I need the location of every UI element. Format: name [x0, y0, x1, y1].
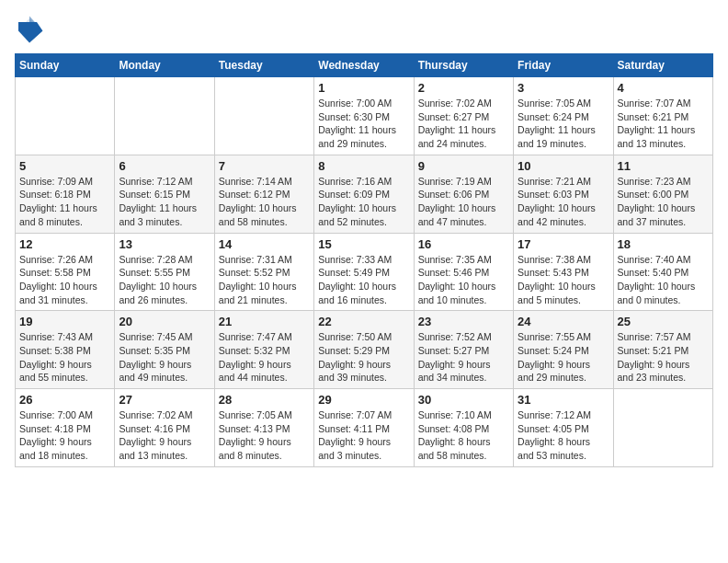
- logo: [15, 15, 48, 44]
- day-of-week-header: Saturday: [613, 54, 712, 77]
- calendar-week-row: 12Sunrise: 7:26 AM Sunset: 5:58 PM Dayli…: [16, 233, 713, 311]
- calendar-cell: [613, 389, 712, 467]
- page-header: [15, 15, 713, 44]
- day-number: 13: [119, 237, 210, 251]
- calendar-cell: 2Sunrise: 7:02 AM Sunset: 6:27 PM Daylig…: [414, 77, 513, 155]
- logo-icon: [15, 15, 44, 44]
- day-number: 10: [518, 159, 609, 173]
- calendar-table: SundayMondayTuesdayWednesdayThursdayFrid…: [15, 53, 713, 467]
- day-info: Sunrise: 7:47 AM Sunset: 5:32 PM Dayligh…: [219, 330, 310, 385]
- calendar-cell: 5Sunrise: 7:09 AM Sunset: 6:18 PM Daylig…: [16, 155, 115, 233]
- day-number: 14: [219, 237, 310, 251]
- day-number: 31: [518, 393, 609, 407]
- calendar-cell: 16Sunrise: 7:35 AM Sunset: 5:46 PM Dayli…: [414, 233, 513, 311]
- day-info: Sunrise: 7:26 AM Sunset: 5:58 PM Dayligh…: [19, 253, 110, 307]
- calendar-cell: 27Sunrise: 7:02 AM Sunset: 4:16 PM Dayli…: [115, 389, 214, 467]
- calendar-cell: 31Sunrise: 7:12 AM Sunset: 4:05 PM Dayli…: [514, 389, 613, 467]
- day-info: Sunrise: 7:31 AM Sunset: 5:52 PM Dayligh…: [219, 253, 310, 307]
- day-number: 9: [418, 159, 509, 173]
- calendar-cell: 25Sunrise: 7:57 AM Sunset: 5:21 PM Dayli…: [613, 311, 712, 389]
- day-number: 25: [618, 315, 709, 328]
- calendar-cell: 12Sunrise: 7:26 AM Sunset: 5:58 PM Dayli…: [16, 233, 115, 311]
- day-number: 3: [518, 81, 609, 95]
- day-of-week-header: Friday: [514, 54, 613, 77]
- day-number: 18: [618, 237, 709, 251]
- day-number: 17: [518, 237, 609, 251]
- day-of-week-header: Sunday: [16, 54, 115, 77]
- calendar-cell: 4Sunrise: 7:07 AM Sunset: 6:21 PM Daylig…: [613, 77, 712, 155]
- day-number: 21: [219, 315, 310, 328]
- day-info: Sunrise: 7:02 AM Sunset: 6:27 PM Dayligh…: [418, 97, 509, 151]
- calendar-week-row: 1Sunrise: 7:00 AM Sunset: 6:30 PM Daylig…: [16, 77, 713, 155]
- day-number: 15: [318, 237, 409, 251]
- day-of-week-header: Thursday: [414, 54, 513, 77]
- day-of-week-header: Wednesday: [314, 54, 414, 77]
- day-info: Sunrise: 7:14 AM Sunset: 6:12 PM Dayligh…: [219, 175, 310, 229]
- calendar-week-row: 26Sunrise: 7:00 AM Sunset: 4:18 PM Dayli…: [16, 389, 713, 467]
- calendar-cell: 9Sunrise: 7:19 AM Sunset: 6:06 PM Daylig…: [414, 155, 513, 233]
- calendar-cell: 6Sunrise: 7:12 AM Sunset: 6:15 PM Daylig…: [115, 155, 214, 233]
- day-number: 4: [618, 81, 709, 95]
- calendar-cell: [214, 77, 313, 155]
- day-number: 19: [19, 315, 110, 328]
- calendar-week-row: 5Sunrise: 7:09 AM Sunset: 6:18 PM Daylig…: [16, 155, 713, 233]
- day-info: Sunrise: 7:45 AM Sunset: 5:35 PM Dayligh…: [119, 330, 210, 385]
- day-info: Sunrise: 7:43 AM Sunset: 5:38 PM Dayligh…: [19, 330, 110, 385]
- day-info: Sunrise: 7:07 AM Sunset: 4:11 PM Dayligh…: [318, 408, 409, 463]
- day-info: Sunrise: 7:12 AM Sunset: 6:15 PM Dayligh…: [119, 175, 210, 229]
- calendar-cell: 18Sunrise: 7:40 AM Sunset: 5:40 PM Dayli…: [613, 233, 712, 311]
- day-info: Sunrise: 7:10 AM Sunset: 4:08 PM Dayligh…: [418, 408, 509, 463]
- calendar-cell: 22Sunrise: 7:50 AM Sunset: 5:29 PM Dayli…: [314, 311, 414, 389]
- calendar-cell: 11Sunrise: 7:23 AM Sunset: 6:00 PM Dayli…: [613, 155, 712, 233]
- calendar-cell: 20Sunrise: 7:45 AM Sunset: 5:35 PM Dayli…: [115, 311, 214, 389]
- day-number: 16: [418, 237, 509, 251]
- day-number: 11: [618, 159, 709, 173]
- day-info: Sunrise: 7:52 AM Sunset: 5:27 PM Dayligh…: [418, 330, 509, 385]
- day-number: 26: [19, 393, 110, 407]
- calendar-cell: 1Sunrise: 7:00 AM Sunset: 6:30 PM Daylig…: [314, 77, 414, 155]
- day-info: Sunrise: 7:33 AM Sunset: 5:49 PM Dayligh…: [318, 253, 409, 307]
- day-number: 27: [119, 393, 210, 407]
- day-info: Sunrise: 7:09 AM Sunset: 6:18 PM Dayligh…: [19, 175, 110, 229]
- day-info: Sunrise: 7:19 AM Sunset: 6:06 PM Dayligh…: [418, 175, 509, 229]
- day-number: 12: [19, 237, 110, 251]
- calendar-cell: 15Sunrise: 7:33 AM Sunset: 5:49 PM Dayli…: [314, 233, 414, 311]
- day-number: 2: [418, 81, 509, 95]
- day-info: Sunrise: 7:12 AM Sunset: 4:05 PM Dayligh…: [518, 408, 609, 463]
- calendar-cell: 29Sunrise: 7:07 AM Sunset: 4:11 PM Dayli…: [314, 389, 414, 467]
- day-info: Sunrise: 7:28 AM Sunset: 5:55 PM Dayligh…: [119, 253, 210, 307]
- day-info: Sunrise: 7:05 AM Sunset: 6:24 PM Dayligh…: [518, 97, 609, 151]
- day-info: Sunrise: 7:07 AM Sunset: 6:21 PM Dayligh…: [618, 97, 709, 151]
- day-of-week-header: Tuesday: [214, 54, 313, 77]
- day-number: 5: [19, 159, 110, 173]
- calendar-cell: 14Sunrise: 7:31 AM Sunset: 5:52 PM Dayli…: [214, 233, 313, 311]
- day-info: Sunrise: 7:16 AM Sunset: 6:09 PM Dayligh…: [318, 175, 409, 229]
- day-info: Sunrise: 7:57 AM Sunset: 5:21 PM Dayligh…: [618, 330, 709, 385]
- calendar-cell: 19Sunrise: 7:43 AM Sunset: 5:38 PM Dayli…: [16, 311, 115, 389]
- day-number: 30: [418, 393, 509, 407]
- day-of-week-header: Monday: [115, 54, 214, 77]
- day-info: Sunrise: 7:21 AM Sunset: 6:03 PM Dayligh…: [518, 175, 609, 229]
- day-number: 7: [219, 159, 310, 173]
- day-info: Sunrise: 7:50 AM Sunset: 5:29 PM Dayligh…: [318, 330, 409, 385]
- calendar-cell: 21Sunrise: 7:47 AM Sunset: 5:32 PM Dayli…: [214, 311, 313, 389]
- day-info: Sunrise: 7:00 AM Sunset: 4:18 PM Dayligh…: [19, 408, 110, 463]
- day-number: 22: [318, 315, 409, 328]
- calendar-cell: 26Sunrise: 7:00 AM Sunset: 4:18 PM Dayli…: [16, 389, 115, 467]
- day-number: 20: [119, 315, 210, 328]
- calendar-cell: [16, 77, 115, 155]
- calendar-cell: 24Sunrise: 7:55 AM Sunset: 5:24 PM Dayli…: [514, 311, 613, 389]
- day-number: 6: [119, 159, 210, 173]
- calendar-cell: 28Sunrise: 7:05 AM Sunset: 4:13 PM Dayli…: [214, 389, 313, 467]
- day-number: 23: [418, 315, 509, 328]
- day-number: 28: [219, 393, 310, 407]
- day-info: Sunrise: 7:55 AM Sunset: 5:24 PM Dayligh…: [518, 330, 609, 385]
- day-info: Sunrise: 7:35 AM Sunset: 5:46 PM Dayligh…: [418, 253, 509, 307]
- days-header-row: SundayMondayTuesdayWednesdayThursdayFrid…: [16, 54, 713, 77]
- day-info: Sunrise: 7:05 AM Sunset: 4:13 PM Dayligh…: [219, 408, 310, 463]
- calendar-cell: [115, 77, 214, 155]
- day-info: Sunrise: 7:38 AM Sunset: 5:43 PM Dayligh…: [518, 253, 609, 307]
- day-number: 29: [318, 393, 409, 407]
- day-number: 1: [318, 81, 409, 95]
- calendar-cell: 23Sunrise: 7:52 AM Sunset: 5:27 PM Dayli…: [414, 311, 513, 389]
